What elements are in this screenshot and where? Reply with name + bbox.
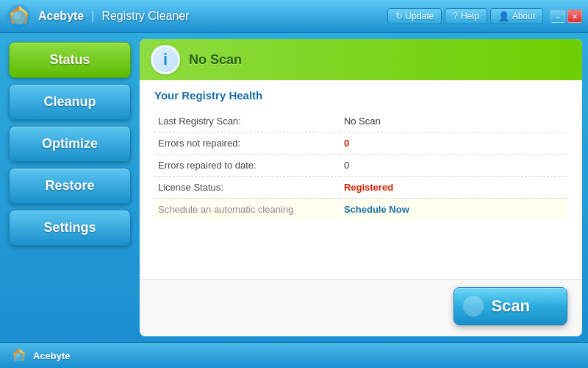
info-table: Last Registry Scan: No Scan Errors not r…	[154, 110, 567, 220]
last-scan-label: Last Registry Scan:	[154, 110, 340, 132]
update-icon: ↻	[395, 11, 403, 21]
cleanup-label: Cleanup	[43, 94, 96, 109]
svg-point-12	[15, 353, 20, 358]
close-button[interactable]: ✕	[567, 10, 582, 23]
close-icon: ✕	[572, 13, 578, 21]
sidebar: Status Cleanup Optimize Restore Settings	[0, 33, 140, 342]
status-banner: i No Scan	[140, 39, 582, 80]
minimize-icon: –	[556, 13, 560, 21]
restore-label: Restore	[45, 178, 94, 193]
help-icon: ?	[453, 11, 458, 21]
schedule-label: Schedule an automatic cleaning	[154, 199, 340, 221]
settings-label: Settings	[43, 220, 96, 235]
schedule-now-link[interactable]: Schedule Now	[340, 199, 567, 221]
scan-area: Scan	[140, 279, 582, 336]
table-row: License Status: Registered	[154, 177, 567, 199]
minimize-button[interactable]: –	[551, 10, 565, 23]
errors-repaired-label: Errors repaired to date:	[154, 155, 340, 177]
footer-text: Acebyte	[33, 350, 71, 361]
sidebar-item-optimize[interactable]: Optimize	[9, 126, 131, 162]
about-button[interactable]: 👤 About	[490, 8, 543, 24]
status-text: No Scan	[189, 52, 242, 68]
svg-point-7	[13, 12, 21, 19]
errors-repaired-value: 0	[340, 155, 567, 177]
footer: Acebyte	[0, 342, 588, 368]
license-value: Registered	[340, 177, 567, 199]
title-left: Acebyte | Registry Cleaner	[6, 3, 190, 29]
title-separator: |	[91, 10, 94, 23]
health-title: Your Registry Health	[154, 89, 567, 102]
app-icon	[6, 3, 32, 29]
table-row: Errors not repaired: 0	[154, 132, 567, 155]
help-label: Help	[461, 11, 479, 21]
health-section: Your Registry Health Last Registry Scan:…	[140, 80, 582, 279]
scan-button[interactable]: Scan	[453, 287, 567, 325]
table-row: Last Registry Scan: No Scan	[154, 110, 567, 132]
info-circle: i	[151, 45, 180, 74]
sidebar-item-settings[interactable]: Settings	[9, 210, 131, 246]
title-bar: Acebyte | Registry Cleaner ↻ Update ? He…	[0, 0, 588, 33]
update-button[interactable]: ↻ Update	[387, 8, 442, 24]
window-controls: – ✕	[551, 10, 582, 23]
sidebar-item-restore[interactable]: Restore	[9, 168, 131, 204]
main-layout: Status Cleanup Optimize Restore Settings…	[0, 33, 588, 342]
license-label: License Status:	[154, 177, 340, 199]
title-nav: ↻ Update ? Help 👤 About	[387, 8, 543, 24]
optimize-label: Optimize	[42, 136, 98, 151]
footer-icon	[11, 347, 27, 364]
help-button[interactable]: ? Help	[445, 8, 487, 24]
about-label: About	[512, 11, 535, 21]
about-person-icon: 👤	[498, 11, 509, 21]
table-row: Errors repaired to date: 0	[154, 155, 567, 177]
app-subtitle: Registry Cleaner	[101, 10, 189, 23]
table-row-schedule: Schedule an automatic cleaning Schedule …	[154, 199, 567, 221]
app-title: Acebyte	[38, 10, 84, 23]
last-scan-value: No Scan	[340, 110, 567, 132]
errors-not-repaired-value: 0	[340, 132, 567, 155]
errors-not-repaired-label: Errors not repaired:	[154, 132, 340, 155]
content-area: i No Scan Your Registry Health Last Regi…	[140, 39, 582, 336]
sidebar-item-cleanup[interactable]: Cleanup	[9, 84, 131, 120]
status-label: Status	[49, 52, 90, 67]
info-icon: i	[163, 50, 168, 69]
update-label: Update	[406, 11, 434, 21]
scan-label: Scan	[491, 297, 530, 316]
sidebar-item-status[interactable]: Status	[9, 42, 131, 78]
